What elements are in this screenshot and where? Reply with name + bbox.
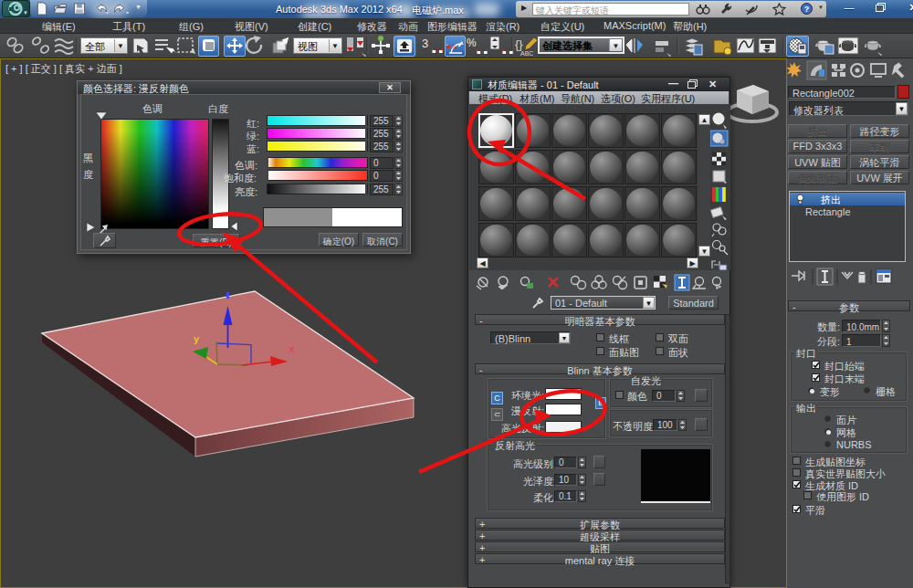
svg-text:3: 3 bbox=[422, 37, 428, 50]
svg-text:ABC: ABC bbox=[520, 50, 533, 57]
svg-text:%: % bbox=[467, 37, 477, 49]
svg-text:x: x bbox=[289, 344, 294, 354]
svg-text:?: ? bbox=[804, 5, 810, 14]
svg-text:{}: {} bbox=[515, 37, 523, 51]
svg-text:y: y bbox=[194, 333, 200, 344]
